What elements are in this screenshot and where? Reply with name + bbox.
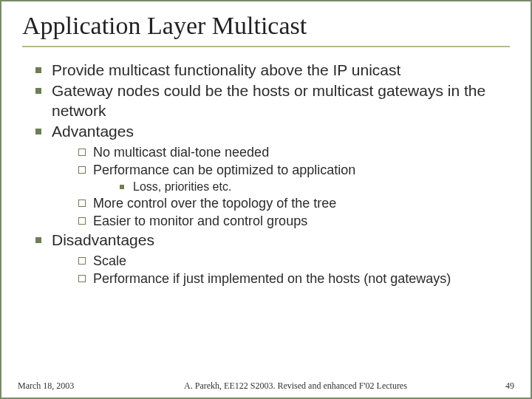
list-item: Performance if just implemented on the h… [78,270,510,287]
list-item: Gateway nodes could be the hosts or mult… [35,81,510,120]
footer-page: 49 [485,381,514,392]
sub-list: No multicast dial-tone needed Performanc… [52,144,510,229]
footer: March 18, 2003 A. Parekh, EE122 S2003. R… [1,381,531,392]
bullet-list: Provide multicast functionality above th… [22,61,510,287]
slide: Application Layer Multicast Provide mult… [0,0,532,399]
sub-sub-list: Loss, priorities etc. [93,180,510,194]
list-item: Advantages No multicast dial-tone needed… [35,122,510,229]
footer-date: March 18, 2003 [18,381,106,392]
bullet-text: Loss, priorities etc. [133,180,231,193]
bullet-text: Performance can be optimized to applicat… [93,163,355,177]
list-item: Performance can be optimized to applicat… [78,162,510,195]
footer-center: A. Parekh, EE122 S2003. Revised and enha… [106,381,485,392]
list-item: More control over the topology of the tr… [78,195,510,212]
bullet-text: Provide multicast functionality above th… [52,61,400,78]
sub-list: Scale Performance if just implemented on… [52,253,510,287]
bullet-text: Gateway nodes could be the hosts or mult… [52,82,485,118]
bullet-text: No multicast dial-tone needed [93,145,269,160]
list-item: Loss, priorities etc. [120,180,510,194]
list-item: Easier to monitor and control groups [78,213,510,230]
list-item: Provide multicast functionality above th… [35,61,510,80]
bullet-text: Advantages [52,123,134,140]
list-item: Scale [78,253,510,270]
bullet-text: More control over the topology of the tr… [93,196,336,211]
list-item: No multicast dial-tone needed [78,144,510,161]
bullet-text: Easier to monitor and control groups [93,214,307,228]
bullet-text: Performance if just implemented on the h… [93,271,451,286]
list-item: Disadvantages Scale Performance if just … [35,231,510,287]
bullet-text: Scale [93,253,126,268]
bullet-text: Disadvantages [52,231,154,248]
slide-title: Application Layer Multicast [22,12,510,47]
